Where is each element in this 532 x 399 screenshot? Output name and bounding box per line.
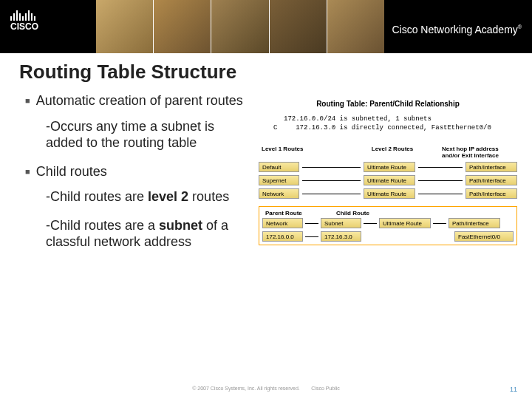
parent-child-box: Parent Route Child Route Network Subnet … xyxy=(259,206,517,245)
diagram-title: Routing Table: Parent/Child Relationship xyxy=(259,100,517,108)
routes-header: Level 1 Routes Level 2 Routes Next hop I… xyxy=(259,146,517,162)
tag-pathif-2: Path/Interface xyxy=(466,175,517,185)
tag-interface: FastEthernet0/0 xyxy=(454,231,514,242)
header-nexthop: Next hop IP address and/or Exit Interfac… xyxy=(442,146,516,159)
content-area: ■Automatic creation of parent routes -Oc… xyxy=(0,83,532,262)
tag-pc-pathif: Path/Interface xyxy=(449,218,500,228)
copyright: © 2007 Cisco Systems, Inc. All rights re… xyxy=(192,386,300,391)
bullet-parent-routes: ■Automatic creation of parent routes xyxy=(25,92,254,109)
label-parent-route: Parent Route xyxy=(262,210,329,216)
tag-pathif-3: Path/Interface xyxy=(466,188,517,199)
tag-pathif: Path/Interface xyxy=(466,162,517,172)
route-row-default: Default Ultimate Route Path/Interface xyxy=(259,162,517,172)
page-number: 11 xyxy=(510,386,517,393)
academy-text: Cisco Networking Academy® xyxy=(392,24,522,35)
tag-pc-network: Network xyxy=(262,218,303,228)
cisco-logo: CISCO xyxy=(10,10,38,32)
header-level2: Level 2 Routes xyxy=(352,146,433,159)
sub-bullet-subnet: -Child routes are a subnet of a classful… xyxy=(46,217,254,250)
bullet-child-routes: ■Child routes xyxy=(25,163,254,180)
classification: Cisco Public xyxy=(311,386,340,391)
diagram-column: Routing Table: Parent/Child Relationship… xyxy=(259,92,517,262)
tag-ultimate-2: Ultimate Route xyxy=(364,175,415,185)
tag-default: Default xyxy=(259,162,299,172)
tag-ultimate-3: Ultimate Route xyxy=(364,188,415,199)
logo-text: CISCO xyxy=(10,21,38,32)
tag-pc-ultimate: Ultimate Route xyxy=(379,218,431,228)
tag-ip2: 172.16.3.0 xyxy=(321,231,361,242)
text-column: ■Automatic creation of parent routes -Oc… xyxy=(25,92,254,262)
photo-strip xyxy=(96,0,384,53)
tag-pc-subnet: Subnet xyxy=(321,218,361,228)
sub-bullet-level2: -Child routes are level 2 routes xyxy=(46,188,254,205)
tag-ultimate: Ultimate Route xyxy=(364,162,415,172)
tag-network: Network xyxy=(259,188,299,199)
routing-code: 172.16.0.0/24 is subnetted, 1 subnets C … xyxy=(273,115,517,132)
route-row-supernet: Supernet Ultimate Route Path/Interface xyxy=(259,175,517,185)
tag-ip1: 172.16.0.0 xyxy=(262,231,303,242)
route-row-network: Network Ultimate Route Path/Interface xyxy=(259,188,517,199)
sub-bullet-occurs: -Occurs any time a subnet is added to th… xyxy=(46,118,254,151)
slide-title: Routing Table Structure xyxy=(0,53,532,83)
label-child-route: Child Route xyxy=(329,210,514,216)
header-level1: Level 1 Routes xyxy=(262,146,343,159)
footer: © 2007 Cisco Systems, Inc. All rights re… xyxy=(0,386,532,393)
tag-supernet: Supernet xyxy=(259,175,299,185)
header-bar: CISCO Cisco Networking Academy® xyxy=(0,0,532,53)
